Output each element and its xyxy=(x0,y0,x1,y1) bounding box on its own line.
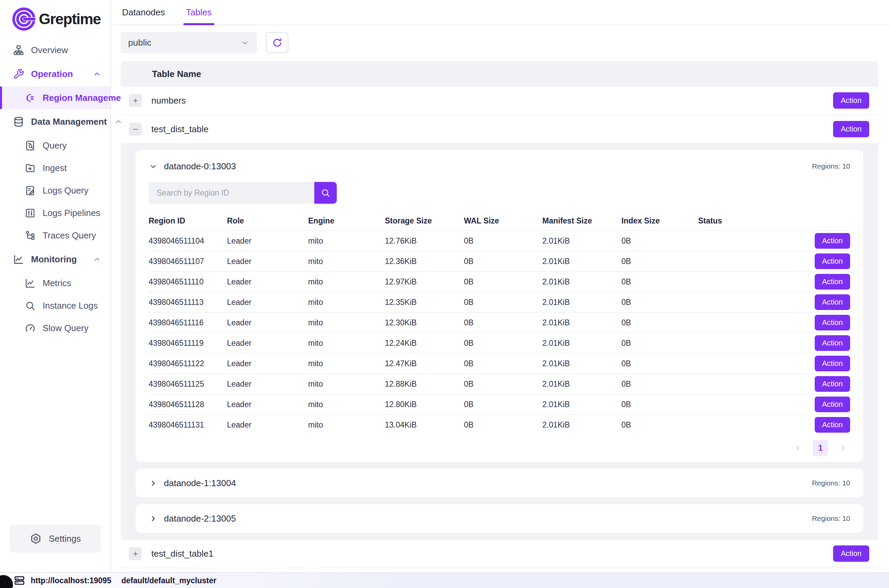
plus-icon xyxy=(132,550,139,557)
column-header: Status xyxy=(698,216,760,225)
wal-size-cell: 0B xyxy=(464,236,542,246)
greptime-spiral-icon xyxy=(12,7,36,32)
sidebar-item-logs-pipelines[interactable]: Logs Pipelines xyxy=(0,202,110,224)
datanode-card-1[interactable]: datanode-1:13004 Regions: 10 xyxy=(136,469,863,497)
storage-size-cell: 12.36KiB xyxy=(385,257,464,266)
brand-name: Greptime xyxy=(39,10,101,28)
role-cell: Leader xyxy=(227,257,308,266)
manifest-size-cell: 2.01KiB xyxy=(542,420,622,430)
index-size-cell: 0B xyxy=(622,359,698,368)
gear-icon xyxy=(30,532,42,545)
plus-icon xyxy=(132,97,139,104)
collapse-button[interactable] xyxy=(129,123,142,136)
storage-size-cell: 12.80KiB xyxy=(385,400,464,409)
wal-size-cell: 0B xyxy=(464,380,542,389)
greptime-logo[interactable]: Greptime xyxy=(0,0,110,39)
sidebar-item-label: Slow Query xyxy=(43,323,88,333)
region-id-cell: 4398046511110 xyxy=(149,277,227,286)
table-name: test_dist_table1 xyxy=(151,549,213,559)
action-button[interactable]: Action xyxy=(833,545,869,562)
expand-button[interactable] xyxy=(129,547,142,560)
datanode-title: datanode-1:13004 xyxy=(164,478,236,489)
page-1-button[interactable]: 1 xyxy=(812,440,828,456)
region-table-row: 4398046511113Leadermito12.35KiB0B2.01KiB… xyxy=(149,292,850,312)
engine-cell: mito xyxy=(308,257,385,266)
region-table-row: 4398046511110Leadermito12.97KiB0B2.01KiB… xyxy=(149,271,850,292)
region-table-body: 4398046511104Leadermito12.76KiB0B2.01KiB… xyxy=(149,230,850,435)
tab-tables[interactable]: Tables xyxy=(186,0,212,24)
tab-datanodes[interactable]: Datanodes xyxy=(122,0,165,24)
wal-size-cell: 0B xyxy=(464,257,542,266)
table-row-test-dist-table: test_dist_table Action xyxy=(121,115,878,144)
controls-row: public xyxy=(121,32,878,53)
sidebar-item-data-management[interactable]: Data Management xyxy=(0,109,110,134)
sidebar: Greptime OverviewOperationRegion Managem… xyxy=(0,0,111,572)
statusbar: http://localhost:19095 default/default_m… xyxy=(0,572,889,588)
sidebar-item-overview[interactable]: Overview xyxy=(0,39,110,62)
sliders-icon xyxy=(24,207,36,219)
role-cell: Leader xyxy=(227,420,308,430)
action-button[interactable]: Action xyxy=(815,356,850,371)
sidebar-item-label: Metrics xyxy=(43,278,71,288)
doc-search-icon xyxy=(24,140,36,151)
action-button[interactable]: Action xyxy=(815,417,850,433)
index-size-cell: 0B xyxy=(622,318,698,327)
datanode-card-2[interactable]: datanode-2:13005 Regions: 10 xyxy=(136,504,863,533)
index-size-cell: 0B xyxy=(622,277,698,286)
sidebar-item-slow-query[interactable]: Slow Query xyxy=(0,317,110,339)
index-size-cell: 0B xyxy=(622,420,698,430)
manifest-size-cell: 2.01KiB xyxy=(542,380,622,389)
action-button[interactable]: Action xyxy=(833,121,869,137)
region-table-row: 4398046511107Leadermito12.36KiB0B2.01KiB… xyxy=(149,251,850,271)
expand-button[interactable] xyxy=(129,94,142,107)
engine-cell: mito xyxy=(308,400,385,409)
action-button[interactable]: Action xyxy=(815,274,850,290)
role-cell: Leader xyxy=(227,236,308,246)
region-search-button[interactable] xyxy=(314,182,337,204)
refresh-button[interactable] xyxy=(266,32,288,53)
next-page-button[interactable] xyxy=(839,444,847,452)
action-button[interactable]: Action xyxy=(815,335,850,351)
sidebar-item-ingest[interactable]: Ingest xyxy=(0,157,110,179)
datanode-toggle[interactable]: datanode-0:13003 Regions: 10 xyxy=(149,159,850,174)
sidebar-item-traces-query[interactable]: Traces Query xyxy=(0,224,110,247)
action-button[interactable]: Action xyxy=(815,233,850,249)
sidebar-item-label: Ingest xyxy=(43,163,67,173)
expanded-region: datanode-0:13003 Regions: 10 Region IDRo… xyxy=(121,144,878,540)
role-cell: Leader xyxy=(227,339,308,348)
sidebar-item-logs-query[interactable]: Logs Query xyxy=(0,179,110,202)
sidebar-item-monitoring[interactable]: Monitoring xyxy=(0,247,110,272)
action-button[interactable]: Action xyxy=(815,294,850,310)
action-button[interactable]: Action xyxy=(815,254,850,269)
prev-page-button[interactable] xyxy=(794,444,802,452)
sidebar-item-label: Overview xyxy=(31,45,68,56)
sidebar-item-label: Logs Query xyxy=(43,185,88,196)
region-table-row: 4398046511116Leadermito12.30KiB0B2.01KiB… xyxy=(149,312,850,333)
region-id-cell: 4398046511119 xyxy=(149,339,227,348)
action-button[interactable]: Action xyxy=(815,396,850,412)
sidebar-item-label: Operation xyxy=(31,69,73,80)
sidebar-item-query[interactable]: Query xyxy=(0,134,110,157)
engine-cell: mito xyxy=(308,380,385,389)
sidebar-item-region-management[interactable]: Region Management xyxy=(0,87,110,109)
region-table: Region IDRoleEngineStorage SizeWAL SizeM… xyxy=(149,211,850,435)
action-button[interactable]: Action xyxy=(815,376,850,392)
action-button[interactable]: Action xyxy=(815,315,850,330)
schema-selected-value: public xyxy=(128,38,151,48)
main-panel: Datanodes Tables public Table Name xyxy=(112,0,889,572)
table-header: Table Name xyxy=(121,62,878,87)
datanode-card-0: datanode-0:13003 Regions: 10 Region IDRo… xyxy=(136,150,863,462)
settings-button[interactable]: Settings xyxy=(9,525,101,553)
doc-edit-icon xyxy=(24,185,36,196)
chevron-right-icon xyxy=(149,478,158,488)
sidebar-item-instance-logs[interactable]: Instance Logs xyxy=(0,294,110,317)
region-id-cell: 4398046511125 xyxy=(149,380,227,389)
engine-cell: mito xyxy=(308,298,385,307)
chevron-up-icon xyxy=(92,69,102,79)
sidebar-item-metrics[interactable]: Metrics xyxy=(0,272,110,294)
sidebar-item-label: Monitoring xyxy=(31,254,77,265)
sidebar-item-operation[interactable]: Operation xyxy=(0,62,110,87)
region-search-input[interactable] xyxy=(149,182,314,204)
schema-select[interactable]: public xyxy=(121,32,257,53)
action-button[interactable]: Action xyxy=(833,92,869,109)
